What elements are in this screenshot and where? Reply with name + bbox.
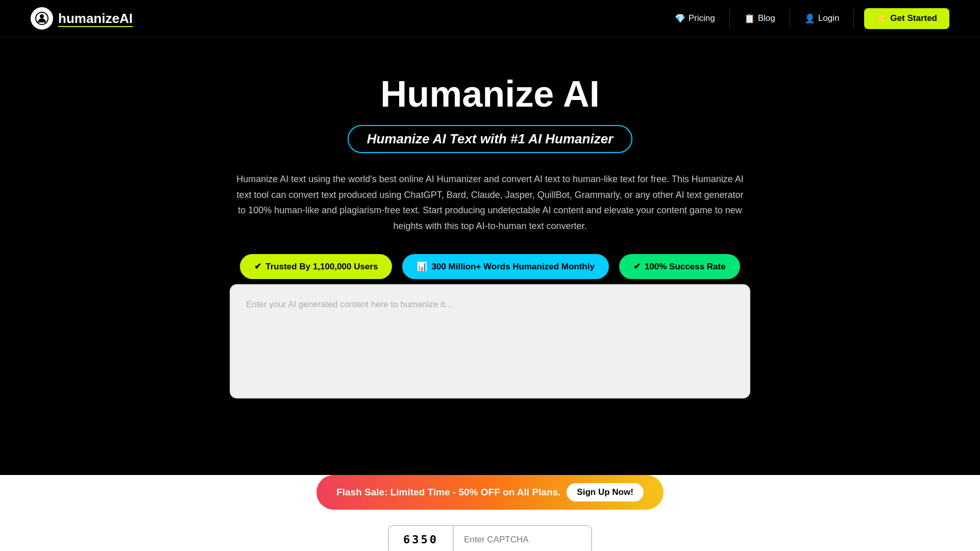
user-icon: 👤 — [804, 13, 815, 24]
badges-row: ✔ Trusted By 1,100,000 Users 📊 300 Milli… — [10, 254, 970, 279]
captcha-row: 6350 — [388, 525, 592, 551]
chart-icon: 📊 — [416, 261, 427, 272]
blog-icon: 📋 — [744, 13, 755, 24]
captcha-box: 6350 — [388, 525, 592, 551]
nav-links: 💎 Pricing 📋 Blog 👤 Login ⭐ Get Started — [660, 8, 949, 29]
textarea-container — [230, 284, 750, 398]
badge-words: 📊 300 Million+ Words Humanized Monthly — [402, 254, 608, 279]
svg-point-1 — [40, 14, 44, 18]
hero-content: Humanize AI Humanize AI Text with #1 AI … — [0, 37, 980, 424]
navbar: humanizeAI 💎 Pricing 📋 Blog 👤 Login ⭐ Ge… — [0, 0, 980, 37]
hero-description: Humanize AI text using the world's best … — [235, 171, 745, 234]
nav-blog[interactable]: 📋 Blog — [730, 9, 790, 28]
hero-title: Humanize AI — [10, 73, 970, 115]
star-icon: ⭐ — [876, 13, 887, 24]
logo-text: humanizeAI — [58, 11, 133, 27]
captcha-code: 6350 — [389, 526, 454, 551]
flash-sale-text: Flash Sale: Limited Time - 50% OFF on Al… — [336, 487, 560, 498]
content-section: Flash Sale: Limited Time - 50% OFF on Al… — [0, 475, 980, 551]
captcha-input[interactable] — [454, 526, 591, 551]
nav-login[interactable]: 👤 Login — [790, 9, 854, 28]
logo-icon — [31, 7, 53, 30]
signup-now-button[interactable]: Sign Up Now! — [567, 483, 643, 502]
hero-subtitle: Humanize AI Text with #1 AI Humanizer — [348, 125, 633, 153]
ai-text-input[interactable] — [231, 285, 749, 395]
check2-icon: ✔ — [633, 261, 641, 272]
diamond-icon: 💎 — [675, 13, 685, 24]
logo[interactable]: humanizeAI — [31, 7, 133, 30]
hero-section: Humanize AI Humanize AI Text with #1 AI … — [0, 37, 980, 455]
check-icon: ✔ — [254, 261, 261, 272]
nav-pricing[interactable]: 💎 Pricing — [660, 9, 730, 28]
nav-get-started[interactable]: ⭐ Get Started — [864, 8, 949, 29]
badge-users: ✔ Trusted By 1,100,000 Users — [240, 254, 392, 279]
badge-success: ✔ 100% Success Rate — [619, 254, 740, 279]
flash-sale-banner: Flash Sale: Limited Time - 50% OFF on Al… — [316, 475, 664, 510]
